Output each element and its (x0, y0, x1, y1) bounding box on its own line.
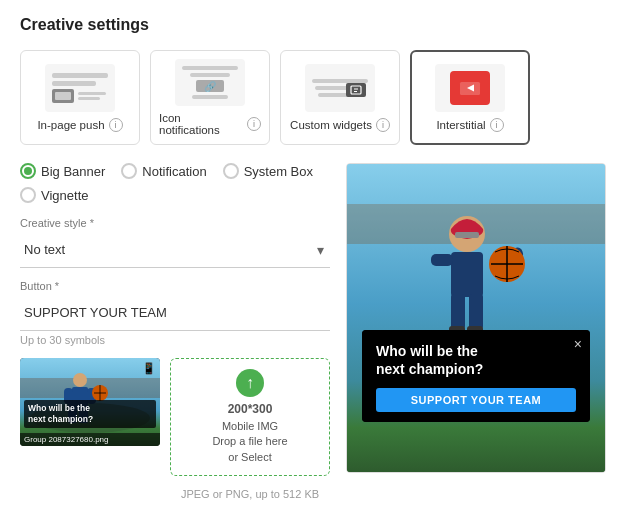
right-panel: × Who will be the next champion? SUPPORT… (346, 163, 606, 500)
info-icon-interstitial[interactable]: i (490, 118, 504, 132)
card-label-iconnotif: Icon notifications (159, 112, 243, 136)
creative-type-cards: In-page push i 🔗 Icon notifications i (20, 50, 601, 145)
card-icon-inpage (45, 64, 115, 112)
svg-rect-19 (455, 232, 479, 238)
info-icon-inpage[interactable]: i (109, 118, 123, 132)
phone-icon: 📱 (142, 362, 156, 375)
card-icon-notifications[interactable]: 🔗 Icon notifications i (150, 50, 270, 145)
upload-hint: JPEG or PNG, up to 512 KB (170, 488, 330, 500)
radio-label-vignette: Vignette (41, 188, 88, 203)
radio-system-box[interactable]: System Box (223, 163, 313, 179)
radio-circle-vignette (20, 187, 36, 203)
button-field-label: Button * (20, 280, 330, 292)
card-interstitial[interactable]: Interstitial i (410, 50, 530, 145)
upload-size-label: 200*300 (228, 402, 273, 416)
creative-style-select[interactable]: No text With text Custom (20, 232, 330, 268)
svg-rect-0 (351, 86, 361, 94)
info-icon-iconnotif[interactable]: i (247, 117, 261, 131)
svg-rect-21 (431, 254, 453, 266)
button-text-field: Button * Up to 30 symbols (20, 280, 330, 346)
svg-rect-24 (469, 294, 483, 329)
svg-rect-23 (451, 294, 465, 329)
svg-rect-20 (451, 252, 483, 297)
page-title: Creative settings (20, 16, 601, 34)
card-icon-interstitial (435, 64, 505, 112)
interstitial-popup: × Who will be the next champion? SUPPORT… (362, 330, 590, 422)
preview-overlay-text: Who will be the next champion? (24, 400, 156, 428)
popup-text-section: Who will be the next champion? SUPPORT Y… (362, 330, 590, 422)
preview-frame: × Who will be the next champion? SUPPORT… (346, 163, 606, 473)
popup-title: Who will be the next champion? (376, 342, 576, 378)
radio-circle-notification (121, 163, 137, 179)
creative-style-field: Creative style * No text With text Custo… (20, 217, 330, 268)
button-text-input[interactable] (20, 295, 330, 331)
upload-dropzone[interactable]: ↑ 200*300 Mobile IMG Drop a file here or… (170, 358, 330, 476)
creative-style-wrapper: No text With text Custom ▾ (20, 232, 330, 268)
button-field-hint: Up to 30 symbols (20, 334, 330, 346)
popup-close-icon[interactable]: × (574, 336, 582, 352)
radio-vignette[interactable]: Vignette (20, 187, 88, 203)
left-panel: Big Banner Notification System Box Vigne… (20, 163, 330, 500)
radio-label-system-box: System Box (244, 164, 313, 179)
radio-big-banner[interactable]: Big Banner (20, 163, 105, 179)
preview-background: × Who will be the next champion? SUPPORT… (347, 164, 605, 472)
upload-instruction-label: Mobile IMG Drop a file here or Select (212, 419, 287, 465)
radio-notification[interactable]: Notification (121, 163, 206, 179)
radio-group: Big Banner Notification System Box Vigne… (20, 163, 330, 203)
popup-button[interactable]: SUPPORT YOUR TEAM (376, 388, 576, 412)
card-icon-customwidget (305, 64, 375, 112)
card-label-interstitial: Interstitial (436, 119, 485, 131)
preview-filename: Group 2087327680.png (20, 433, 160, 446)
radio-circle-system-box (223, 163, 239, 179)
card-label-inpage: In-page push (37, 119, 104, 131)
card-in-page-push[interactable]: In-page push i (20, 50, 140, 145)
radio-circle-big-banner (20, 163, 36, 179)
radio-label-big-banner: Big Banner (41, 164, 105, 179)
image-preview: Who will be the next champion? Group 208… (20, 358, 160, 446)
upload-arrow-icon: ↑ (236, 369, 264, 397)
radio-label-notification: Notification (142, 164, 206, 179)
card-custom-widgets[interactable]: Custom widgets i (280, 50, 400, 145)
panels: Big Banner Notification System Box Vigne… (20, 163, 601, 500)
image-upload-row: Who will be the next champion? Group 208… (20, 358, 330, 500)
creative-style-label: Creative style * (20, 217, 330, 229)
card-label-customwidget: Custom widgets (290, 119, 372, 131)
svg-point-7 (73, 373, 87, 387)
card-icon-iconnotif: 🔗 (175, 59, 245, 106)
info-icon-customwidget[interactable]: i (376, 118, 390, 132)
